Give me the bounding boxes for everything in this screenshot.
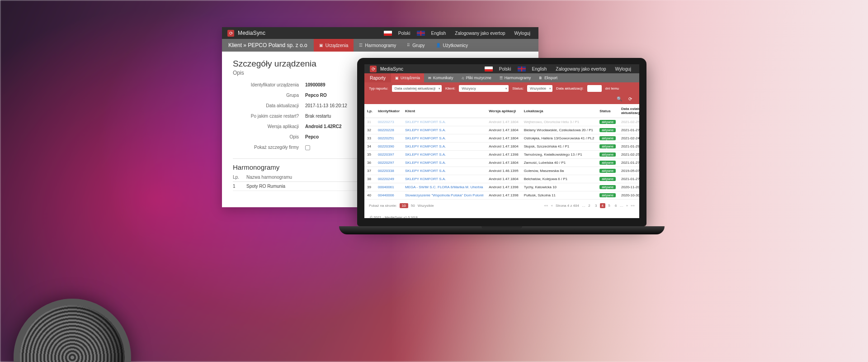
- page-last-icon[interactable]: »»: [631, 204, 635, 208]
- lang-english[interactable]: English: [529, 67, 550, 71]
- filter-days-suffix: dni temu: [605, 86, 619, 90]
- cell-lp: 32: [364, 126, 375, 134]
- col-id[interactable]: Identyfikator: [375, 104, 402, 118]
- search-icon[interactable]: 🔍: [617, 96, 622, 101]
- cell-updated: 2020-11-20 15:03:21: [618, 183, 639, 191]
- cell-id[interactable]: 00220251: [375, 134, 402, 143]
- page-next-icon[interactable]: »: [626, 204, 628, 208]
- filter-status-select[interactable]: Wszystkie ▾: [527, 85, 552, 92]
- cell-id[interactable]: 00220249: [375, 175, 402, 183]
- cell-id[interactable]: 00220390: [375, 143, 402, 151]
- col-version[interactable]: Wersja aplikacji: [486, 104, 521, 118]
- lang-polish[interactable]: Polski: [396, 31, 413, 36]
- logged-as: Zalogowany jako evertop: [452, 31, 508, 36]
- flag-pl-icon[interactable]: [384, 31, 392, 36]
- show-company-checkbox[interactable]: [305, 145, 310, 150]
- table-row[interactable]: 3200220228SKLEPY KOMFORT S.A.Android 1.4…: [364, 126, 639, 134]
- table-row[interactable]: 3800220249SKLEPY KOMFORT S.A.Android 1.4…: [364, 175, 639, 183]
- cell-client[interactable]: SKLEPY KOMFORT S.A.: [402, 175, 486, 183]
- label-desc: Opis: [233, 134, 305, 139]
- label-version: Wersja aplikacji: [233, 124, 305, 129]
- cell-id[interactable]: 00220273: [375, 118, 402, 126]
- tab-label: Pliki muzyczne: [466, 76, 491, 80]
- col-location[interactable]: Lokalizacja: [521, 104, 597, 118]
- cell-id[interactable]: 00040061: [375, 183, 402, 191]
- cell-status: aktywne: [597, 191, 618, 200]
- tab-groups[interactable]: ⠿ Grupy: [401, 39, 430, 52]
- cell-id[interactable]: 00220338: [375, 167, 402, 175]
- page-2[interactable]: 2: [586, 203, 592, 208]
- tab-devices[interactable]: ▣ Urządzenia: [391, 73, 424, 82]
- table-row[interactable]: 3900040061MEGA - SWIM S.C. FLORA 8/Marik…: [364, 183, 639, 191]
- tab-schedules[interactable]: ☰ Harmonogramy: [354, 39, 401, 52]
- col-lp[interactable]: Lp.: [364, 104, 375, 118]
- tab-music-files[interactable]: ♫ Pliki muzyczne: [457, 73, 495, 82]
- logout-link[interactable]: Wyloguj: [613, 67, 634, 71]
- filter-type-label: Typ raportu:: [369, 86, 388, 90]
- lang-polish[interactable]: Polski: [496, 67, 514, 71]
- cell-updated: 2021-01-27 13:32:47: [618, 175, 639, 183]
- refresh-icon[interactable]: ⟳: [628, 96, 632, 101]
- tab-devices[interactable]: ▣ Urządzenia: [314, 39, 354, 52]
- cell-id[interactable]: 00440006: [375, 191, 402, 200]
- cell-client[interactable]: SKLEPY KOMFORT S.A.: [402, 134, 486, 143]
- cell-location: Pułtusk, Szkolna 11: [521, 191, 597, 200]
- cell-id[interactable]: 00220297: [375, 159, 402, 167]
- cell-updated: 2021-01-27 12:37:20: [618, 159, 639, 167]
- per-page-10[interactable]: 10: [400, 203, 408, 208]
- table-row[interactable]: 3500220397SKLEPY KOMFORT S.A.Android 1.4…: [364, 151, 639, 159]
- flag-en-icon[interactable]: [417, 31, 425, 36]
- flag-en-icon[interactable]: [518, 67, 526, 71]
- tab-export[interactable]: 🗎 Eksport: [535, 73, 561, 82]
- table-row[interactable]: 3100220273SKLEPY KOMFORT S.A.Android 1.4…: [364, 118, 639, 126]
- table-row[interactable]: 3600220297SKLEPY KOMFORT S.A.Android 1.4…: [364, 159, 639, 167]
- cell-id[interactable]: 00220228: [375, 126, 402, 134]
- logout-link[interactable]: Wyloguj: [512, 31, 533, 36]
- tab-messages[interactable]: ✉ Komunikaty: [424, 73, 457, 82]
- filter-type-select[interactable]: Data ostatniej aktualizacji ▾: [392, 85, 442, 92]
- lang-english[interactable]: English: [429, 31, 449, 36]
- table-row[interactable]: 4000440006Stowarzyszenie "Wspólnota Pols…: [364, 191, 639, 200]
- page-6[interactable]: 6: [613, 203, 618, 208]
- cell-location: Słupsk, Szczecińska 41 / P1: [521, 143, 597, 151]
- cell-client[interactable]: SKLEPY KOMFORT S.A.: [402, 167, 486, 175]
- tab-label: Urządzenia: [326, 43, 349, 48]
- per-page-50[interactable]: 50: [411, 204, 415, 208]
- table-row[interactable]: 3400220390SKLEPY KOMFORT S.A.Android 1.4…: [364, 143, 639, 151]
- cell-client[interactable]: SKLEPY KOMFORT S.A.: [402, 159, 486, 167]
- col-updated[interactable]: Data ostatniej aktualizacji: [618, 104, 639, 118]
- filter-days-input[interactable]: [587, 85, 602, 92]
- page-3[interactable]: 3: [593, 203, 599, 208]
- cell-client[interactable]: SKLEPY KOMFORT S.A.: [402, 118, 486, 126]
- flag-pl-icon[interactable]: [485, 67, 493, 71]
- cell-client[interactable]: SKLEPY KOMFORT S.A.: [402, 151, 486, 159]
- cell-location: Bełchatów, Kolejowa 6 / P1: [521, 175, 597, 183]
- table-row[interactable]: 3700220338SKLEPY KOMFORT S.A.Android 1.4…: [364, 167, 639, 175]
- table-row[interactable]: 3300220251SKLEPY KOMFORT S.A.Android 1.4…: [364, 134, 639, 143]
- status-badge: aktywne: [599, 161, 616, 165]
- filter-client-label: Klient:: [445, 86, 455, 90]
- page-prev-icon[interactable]: «: [551, 204, 552, 208]
- tab-reports[interactable]: Raporty: [364, 73, 391, 82]
- page-4[interactable]: 4: [600, 203, 605, 208]
- brand: MediaSync: [380, 67, 403, 71]
- tab-schedules[interactable]: ☰ Harmonogramy: [495, 73, 535, 82]
- cell-lp: 1: [233, 184, 246, 189]
- tab-users[interactable]: 👤 Użytkownicy: [430, 39, 474, 52]
- per-page-all[interactable]: Wszystkie: [418, 204, 434, 208]
- page-5[interactable]: 5: [606, 203, 612, 208]
- cell-version: Android 1.47.1804: [486, 126, 521, 134]
- cell-client[interactable]: SKLEPY KOMFORT S.A.: [402, 126, 486, 134]
- cell-updated: 2019-05-07 03:09:33: [618, 167, 639, 175]
- cell-client[interactable]: MEGA - SWIM S.C. FLORA 8/Marika M. Uherb…: [402, 183, 486, 191]
- col-client[interactable]: Klient: [402, 104, 486, 118]
- chevron-down-icon: ▾: [439, 87, 440, 90]
- cell-id[interactable]: 00220397: [375, 151, 402, 159]
- breadcrumb[interactable]: Klient » PEPCO Poland sp. z o.o: [228, 42, 307, 48]
- page-first-icon[interactable]: ««: [544, 204, 548, 208]
- filter-client-select[interactable]: Wszyscy ▾: [459, 85, 509, 92]
- cell-location: Zamość, Lubelska 40 / P1: [521, 159, 597, 167]
- col-status[interactable]: Status: [597, 104, 618, 118]
- cell-client[interactable]: SKLEPY KOMFORT S.A.: [402, 143, 486, 151]
- cell-client[interactable]: Stowarzyszenie "Wspólnota Polska" Dom Po…: [402, 191, 486, 200]
